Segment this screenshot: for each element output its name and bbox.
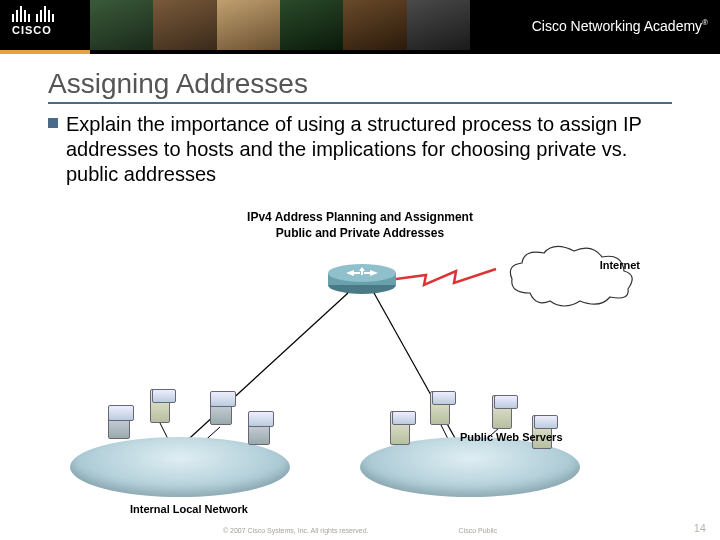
cisco-logo: CISCO (12, 6, 54, 36)
server-icon (426, 391, 456, 435)
pc-icon (104, 409, 134, 453)
classification-text: Cisco Public (459, 527, 498, 534)
internet-label: Internet (600, 259, 640, 271)
pc-icon (206, 395, 236, 439)
program-name: Cisco Networking Academy® (532, 18, 708, 34)
bullet-item: Explain the importance of using a struct… (48, 112, 672, 187)
diagram-title-line1: IPv4 Address Planning and Assignment (60, 210, 660, 226)
brand-text: CISCO (12, 24, 54, 36)
router-icon (326, 263, 398, 295)
copyright-text: © 2007 Cisco Systems, Inc. All rights re… (223, 527, 369, 534)
header-photo-strip (90, 0, 470, 50)
server-icon (146, 389, 176, 433)
diagram-title: IPv4 Address Planning and Assignment Pub… (60, 210, 660, 241)
bullet-marker-icon (48, 118, 58, 128)
internal-network-label: Internal Local Network (130, 503, 248, 515)
slide-title: Assigning Addresses (48, 68, 672, 104)
diagram-title-line2: Public and Private Addresses (60, 226, 660, 242)
wan-link-icon (396, 265, 516, 305)
slide-header: CISCO Cisco Networking Academy® (0, 0, 720, 54)
server-icon (386, 411, 416, 455)
trademark: ® (702, 18, 708, 27)
program-label: Cisco Networking Academy (532, 18, 702, 34)
pc-icon (244, 415, 274, 459)
network-diagram: IPv4 Address Planning and Assignment Pub… (60, 210, 660, 500)
slide-footer: © 2007 Cisco Systems, Inc. All rights re… (0, 527, 720, 534)
public-servers-label: Public Web Servers (460, 431, 563, 443)
bullet-text: Explain the importance of using a struct… (66, 112, 672, 187)
page-number: 14 (694, 522, 706, 534)
slide-content: Assigning Addresses Explain the importan… (0, 54, 720, 187)
internet-cloud-icon: Internet (500, 243, 640, 313)
